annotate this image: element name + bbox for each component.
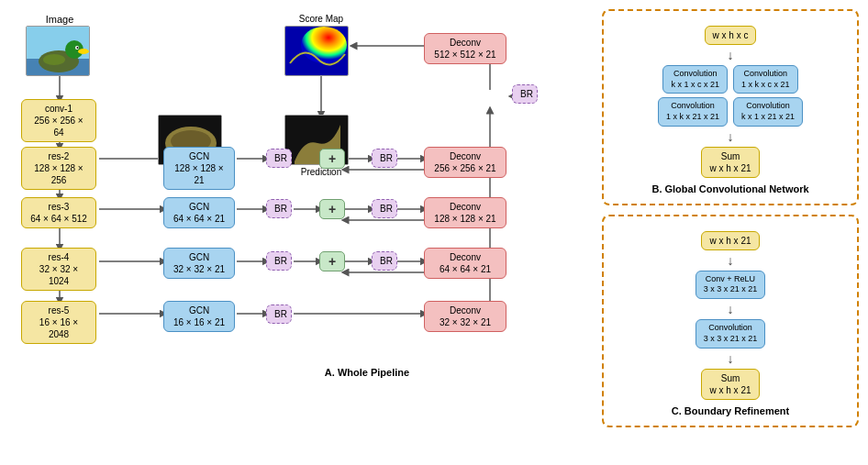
res3-box: res-364 × 64 × 512 [21,197,96,228]
br-top-box: BR [512,84,538,104]
br-content: w x h x 21 ↓ Conv + ReLU3 x 3 x 21 x 21 … [613,231,848,400]
br3a-box: BR [266,199,292,218]
deconv4-box: Deconv64 × 64 × 21 [424,248,506,279]
gcn5-box: GCN16 × 16 × 21 [163,301,235,332]
deconv3-box: Deconv128 × 128 × 21 [424,197,506,228]
br-panel: w x h x 21 ↓ Conv + ReLU3 x 3 x 21 x 21 … [602,215,859,427]
pipeline-diagram: Image [9,9,593,459]
arrows-svg [9,9,593,459]
gcn-row1: Convolutionk x 1 x c x 21 Convolution1 x… [662,65,797,94]
res2-box: res-2128 × 128 × 256 [21,147,96,190]
svg-point-42 [43,54,65,65]
svg-point-41 [77,47,79,49]
gcn-conv2-box: Convolution1 x k x c x 21 [733,65,798,94]
gcn-row2: Convolution1 x k x 21 x 21 Convolutionk … [658,97,803,126]
plus2-box: + [319,149,345,169]
scoremap-image [284,26,349,76]
main-container: Image [0,0,868,465]
duck-image [26,26,90,76]
res5-box: res-516 × 16 × 2048 [21,301,96,344]
res4-box: res-432 × 32 × 1024 [21,248,96,291]
deconv5-box: Deconv32 × 32 × 21 [424,301,506,332]
gcn-arrow1: ↓ [728,49,734,61]
br-arrow1: ↓ [728,254,734,267]
conv1-box: conv-1256 × 256 × 64 [21,99,96,142]
gcn-content: w x h x c ↓ Convolutionk x 1 x c x 21 Co… [613,26,848,178]
deconv2-box: Deconv256 × 256 × 21 [424,147,506,178]
br5a-box: BR [266,304,292,324]
pipeline-panel: Image [9,9,593,456]
br2a-box: BR [266,149,292,168]
image-label: Image [28,14,92,25]
gcn-panel: w x h x c ↓ Convolutionk x 1 x c x 21 Co… [602,9,859,205]
gcn3-box: GCN64 × 64 × 21 [163,197,235,228]
br-title: C. Boundary Refinement [613,405,848,416]
br4b-box: BR [372,251,397,271]
br-arrow3: ↓ [728,352,734,365]
gcn-conv4-box: Convolutionk x 1 x 21 x 21 [733,97,803,126]
gcn-arrow2: ↓ [728,130,734,143]
gcn-conv1-box: Convolutionk x 1 x c x 21 [662,65,728,94]
gcn-conv3-box: Convolution1 x k x 21 x 21 [658,97,728,126]
svg-point-39 [78,49,89,54]
gcn2-box: GCN128 × 128 × 21 [163,147,235,190]
br4a-box: BR [266,251,292,271]
br-arrow2: ↓ [728,303,734,316]
gcn-input-box: w x h x c [705,26,757,45]
svg-point-47 [301,27,347,63]
pipeline-section-label: A. Whole Pipeline [193,367,541,378]
gcn-sum-box: Sumw x h x 21 [701,147,759,178]
prediction-label: Prediction [284,167,358,177]
plus4-box: + [319,251,345,271]
br3b-box: BR [372,199,397,218]
br-conv-relu-box: Conv + ReLU3 x 3 x 21 x 21 [696,271,766,299]
br2b-box: BR [372,149,397,168]
scoremap-container: Score Map [284,14,358,76]
right-panel: w x h x c ↓ Convolutionk x 1 x c x 21 Co… [602,9,859,456]
gcn-title: B. Global Convolutional Network [613,183,848,194]
plus3-box: + [319,199,345,219]
br-conv-box: Convolution3 x 3 x 21 x 21 [696,319,766,348]
gcn4-box: GCN32 × 32 × 21 [163,248,235,279]
deconv1-box: Deconv512 × 512 × 21 [424,33,506,64]
br-sum-box: Sumw x h x 21 [701,369,759,400]
scoremap-label: Score Map [284,14,358,24]
br-input-box: w x h x 21 [701,231,759,250]
